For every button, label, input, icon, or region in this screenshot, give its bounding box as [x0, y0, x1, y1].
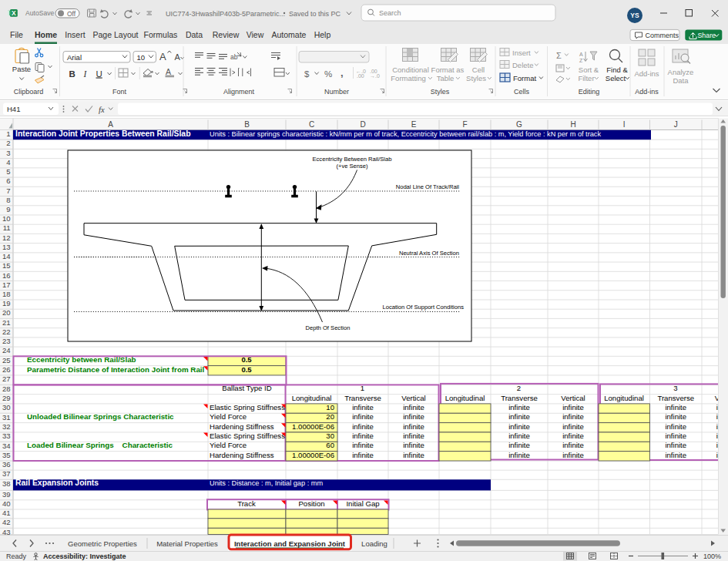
svg-text:Alignment: Alignment: [223, 88, 255, 96]
svg-text:Parametric Distance of Interac: Parametric Distance of Interaction Joint…: [27, 365, 205, 374]
svg-text:→.0: →.0: [370, 73, 380, 79]
svg-text:infinite: infinite: [508, 432, 530, 440]
svg-text:infinite: infinite: [665, 412, 686, 421]
svg-text:13: 13: [2, 243, 11, 251]
svg-text:11: 11: [3, 223, 11, 232]
svg-text:B: B: [244, 120, 250, 129]
svg-text:30: 30: [326, 432, 334, 440]
svg-text:Nodal Line Of Track/Rail: Nodal Line Of Track/Rail: [396, 183, 460, 190]
svg-text:Eccentricity Between Rail/Slab: Eccentricity Between Rail/Slab: [313, 156, 392, 163]
svg-text:42: 42: [2, 518, 11, 526]
svg-text:18: 18: [2, 290, 11, 298]
svg-text:Number: Number: [324, 88, 349, 96]
svg-text:Transverse: Transverse: [501, 394, 538, 402]
svg-text:infinite: infinite: [665, 451, 686, 459]
svg-text:Elastic Spring Stiffness: Elastic Spring Stiffness: [210, 403, 285, 412]
svg-text:C: C: [309, 120, 314, 129]
svg-text:(+ve Sense): (+ve Sense): [336, 163, 368, 170]
svg-text:.00: .00: [357, 73, 364, 79]
svg-text:23: 23: [2, 337, 11, 345]
svg-text:9: 9: [6, 205, 10, 213]
svg-text:1.00000E-06: 1.00000E-06: [292, 422, 334, 431]
svg-text:1: 1: [361, 384, 364, 392]
svg-text:38: 38: [2, 479, 11, 488]
svg-text:infinite: infinite: [403, 403, 424, 412]
svg-text:30: 30: [2, 403, 11, 412]
svg-text:24: 24: [2, 346, 11, 354]
svg-text:Clipboard: Clipboard: [14, 88, 44, 96]
svg-text:Styles: Styles: [431, 88, 450, 96]
svg-text:35: 35: [2, 451, 11, 459]
svg-text:infinite: infinite: [403, 412, 424, 421]
svg-text:15: 15: [2, 261, 11, 270]
svg-text:infinite: infinite: [508, 412, 530, 421]
svg-text:21: 21: [2, 318, 11, 327]
svg-text:infinite: infinite: [665, 432, 686, 440]
svg-text:infinite: infinite: [665, 403, 686, 412]
svg-text:Analyze: Analyze: [668, 68, 694, 76]
svg-text:Format as: Format as: [431, 66, 465, 74]
svg-text:infinite: infinite: [508, 422, 530, 431]
svg-text:Units : Bilinear springs chara: Units : Bilinear springs characteristic …: [210, 130, 601, 138]
svg-text:infinite: infinite: [562, 451, 584, 459]
svg-text:Longitudinal: Longitudinal: [604, 394, 644, 402]
svg-text:60: 60: [326, 441, 334, 449]
svg-text:3: 3: [6, 149, 10, 157]
svg-text:26: 26: [2, 365, 11, 374]
svg-text:Interaction and Expansion Join: Interaction and Expansion Joint: [234, 539, 346, 548]
svg-text:H41: H41: [7, 105, 20, 113]
svg-text:100%: 100%: [703, 553, 721, 560]
svg-text:Ready: Ready: [6, 553, 27, 560]
svg-text:10: 10: [2, 214, 11, 223]
svg-text:infinite: infinite: [508, 441, 530, 449]
svg-text:Longitudinal: Longitudinal: [292, 394, 332, 402]
svg-text:Loaded Bilinear Springs Cha: Loaded Bilinear Springs Characteristic: [27, 441, 173, 449]
svg-text:1: 1: [6, 129, 10, 138]
svg-text:Loading: Loading: [361, 539, 387, 548]
svg-text:Paste: Paste: [12, 65, 31, 73]
svg-text:Find &: Find &: [606, 66, 628, 74]
svg-text:12: 12: [2, 233, 11, 242]
svg-text:Material Properties: Material Properties: [156, 539, 218, 548]
svg-text:Data: Data: [673, 76, 689, 85]
svg-text:16: 16: [2, 271, 11, 280]
svg-text:fx: fx: [99, 106, 105, 114]
svg-text:Hardening Stiffness: Hardening Stiffness: [210, 451, 274, 459]
svg-text:1.00000E-06: 1.00000E-06: [292, 451, 334, 459]
svg-text:infinite: infinite: [352, 432, 374, 440]
svg-text:Arial: Arial: [67, 53, 82, 62]
svg-text:infinite: infinite: [665, 441, 686, 449]
svg-text:14: 14: [2, 252, 11, 260]
svg-text:0.5: 0.5: [241, 365, 252, 374]
svg-text:Add-ins: Add-ins: [635, 88, 659, 96]
svg-text:34: 34: [2, 442, 11, 450]
svg-text:6: 6: [6, 176, 10, 185]
svg-text:17: 17: [2, 280, 11, 289]
svg-text:infinite: infinite: [508, 403, 530, 412]
svg-text:Location Of Support Conditions: Location Of Support Conditions: [382, 304, 464, 311]
svg-text:4: 4: [6, 158, 10, 166]
svg-text:ab: ab: [230, 53, 238, 61]
svg-text:infinite: infinite: [352, 441, 374, 449]
svg-text:25: 25: [2, 356, 11, 364]
svg-text:39: 39: [2, 490, 11, 499]
svg-text:infinite: infinite: [403, 432, 424, 440]
svg-text:infinite: infinite: [665, 422, 686, 431]
svg-text:Yield Force: Yield Force: [210, 412, 247, 421]
svg-text:2: 2: [6, 139, 10, 147]
svg-text:infinite: infinite: [352, 403, 374, 412]
svg-text:Unloaded Bilinear Springs Char: Unloaded Bilinear Springs Characteristic: [27, 412, 174, 421]
svg-text:Z: Z: [579, 58, 583, 63]
svg-text:Formatting: Formatting: [391, 74, 425, 82]
svg-text:Cells: Cells: [514, 88, 530, 96]
svg-text:Track: Track: [237, 499, 256, 508]
svg-text:I: I: [623, 120, 626, 129]
svg-text:infinite: infinite: [562, 403, 584, 412]
svg-text:Vertical: Vertical: [561, 394, 585, 402]
svg-text:infinite: infinite: [352, 412, 374, 421]
svg-text:infinite: infinite: [562, 412, 584, 421]
svg-text:B: B: [69, 69, 75, 79]
svg-text:infinite: infinite: [562, 441, 584, 449]
svg-text:infinite: infinite: [352, 422, 374, 431]
svg-text:Vertical: Vertical: [401, 394, 425, 402]
